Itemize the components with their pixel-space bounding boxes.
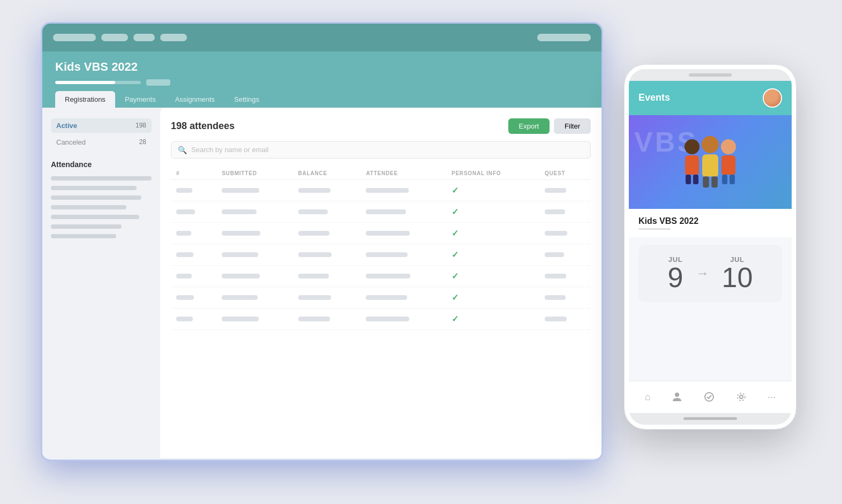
characters	[685, 139, 736, 184]
cell	[366, 231, 410, 236]
export-button[interactable]: Export	[508, 118, 550, 134]
col-submitted: Submitted	[216, 167, 292, 180]
chrome-pill-4	[160, 34, 187, 41]
table-header: # Submitted Balance Attendee Personal In…	[171, 167, 591, 180]
char-leg-2r	[711, 177, 718, 188]
tab-settings[interactable]: Settings	[224, 91, 269, 108]
chrome-bar	[42, 24, 602, 51]
date-card: JUL 9 → JUL 10	[638, 245, 782, 302]
table-row[interactable]: ✓	[171, 308, 591, 329]
cell	[298, 231, 329, 236]
cell	[545, 231, 567, 236]
cell	[176, 317, 193, 321]
phone-bottom-bar	[629, 413, 792, 425]
table-row[interactable]: ✓	[171, 222, 591, 244]
home-indicator	[683, 417, 737, 420]
table-area: 198 attendees Export Filter 🔍 Search by …	[160, 108, 602, 458]
cell	[545, 188, 566, 193]
cell	[176, 209, 195, 214]
character-1	[685, 139, 700, 184]
att-line-5	[51, 215, 139, 219]
char-legs-1	[686, 175, 698, 184]
cell	[176, 231, 191, 236]
tab-payments[interactable]: Payments	[115, 91, 166, 108]
cell	[545, 295, 566, 300]
cell	[222, 209, 257, 214]
nav-home[interactable]: ⌂	[645, 392, 651, 403]
scene: Kids VBS 2022 Registrations Payments Ass…	[41, 22, 801, 483]
cell	[545, 274, 566, 279]
phone-content[interactable]: VBS	[629, 115, 792, 381]
char-leg-2l	[703, 177, 709, 188]
event-name: Kids VBS 2022	[638, 216, 782, 226]
col-hash: #	[171, 167, 216, 180]
status-canceled[interactable]: Canceled 28	[51, 135, 152, 149]
tab-assignments[interactable]: Assignments	[166, 91, 224, 108]
char-head-1	[685, 139, 700, 154]
mobile-phone: Events VBS	[625, 65, 796, 429]
char-leg-3l	[722, 175, 727, 184]
phone-bottom-nav: ⌂	[629, 381, 792, 413]
att-line-2	[51, 186, 137, 190]
col-quest: Quest	[539, 167, 591, 180]
phone-header: Events	[629, 81, 792, 115]
attendance-title: Attendance	[51, 160, 152, 169]
nav-check[interactable]	[704, 392, 715, 402]
data-table: # Submitted Balance Attendee Personal In…	[171, 167, 591, 330]
nav-profile[interactable]	[672, 392, 682, 402]
tab-registrations[interactable]: Registrations	[55, 91, 115, 108]
cell	[545, 209, 565, 214]
cell	[298, 209, 328, 214]
chrome-pill-right	[537, 34, 591, 41]
chrome-pill-2	[101, 34, 128, 41]
tabs-row: Registrations Payments Assignments Setti…	[55, 91, 589, 108]
cell	[222, 252, 258, 257]
table-row[interactable]: ✓	[171, 265, 591, 287]
attendance-lines	[51, 176, 152, 238]
nav-more[interactable]: ···	[768, 392, 776, 403]
cell	[545, 252, 564, 257]
char-body-1	[685, 155, 699, 175]
cell	[176, 274, 192, 279]
search-bar[interactable]: 🔍 Search by name or email	[171, 141, 591, 159]
table-row[interactable]: ✓	[171, 287, 591, 308]
nav-gear[interactable]	[736, 392, 747, 402]
att-line-4	[51, 205, 126, 209]
attendance-section: Attendance	[51, 160, 152, 238]
svg-rect-0	[675, 393, 679, 397]
cell	[366, 188, 409, 193]
char-body-2	[702, 154, 718, 176]
search-placeholder-text: Search by name or email	[191, 146, 269, 154]
filter-button[interactable]: Filter	[554, 118, 591, 134]
cell	[366, 209, 406, 214]
event-underline	[638, 228, 671, 230]
cell	[545, 317, 567, 321]
table-row[interactable]: ✓	[171, 179, 591, 201]
search-icon: 🔍	[178, 146, 187, 154]
cell	[298, 188, 330, 193]
check-icon: ✓	[452, 207, 458, 216]
check-icon: ✓	[452, 272, 458, 281]
to-day: 10	[722, 264, 753, 291]
att-line-6	[51, 224, 122, 229]
check-icon: ✓	[452, 250, 458, 259]
phone-title: Events	[638, 92, 670, 103]
status-active[interactable]: Active 198	[51, 118, 152, 133]
table-row[interactable]: ✓	[171, 201, 591, 222]
char-legs-2	[703, 177, 718, 188]
char-leg-1r	[693, 175, 698, 184]
check-icon: ✓	[452, 314, 458, 324]
table-row[interactable]: ✓	[171, 244, 591, 265]
app-title: Kids VBS 2022	[55, 60, 589, 74]
cell	[176, 295, 194, 300]
cell	[366, 252, 408, 257]
character-3	[721, 139, 736, 184]
from-day: 9	[668, 264, 683, 291]
event-banner: VBS	[629, 115, 792, 209]
avatar-face	[764, 89, 781, 107]
char-body-3	[721, 155, 735, 175]
check-icon: ✓	[452, 229, 458, 238]
phone-top-bar	[629, 69, 792, 81]
event-info: Kids VBS 2022	[629, 209, 792, 237]
header-buttons: Export Filter	[508, 118, 591, 134]
